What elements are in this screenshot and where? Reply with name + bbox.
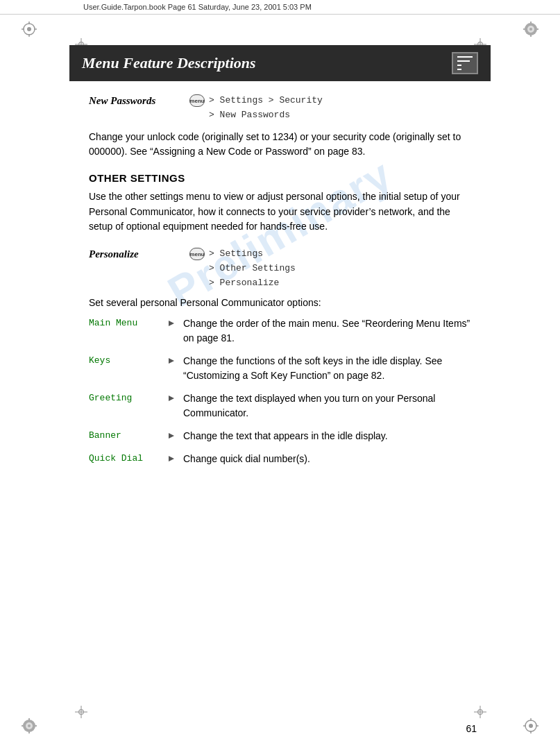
reg-mark-br	[521, 716, 541, 736]
personalize-row: Personalize menu > Settings > Other Sett…	[89, 247, 471, 290]
sub-item-label-3: Banner	[89, 429, 165, 441]
header-banner: Menu Feature Descriptions	[69, 45, 491, 81]
header-icon-line1	[457, 56, 473, 58]
svg-marker-38	[169, 321, 174, 326]
sub-item-desc-1: Change the functions of the soft keys in…	[183, 354, 471, 383]
sub-item-arrow-4	[165, 452, 178, 464]
sub-item-row: GreetingChange the text displayed when y…	[89, 391, 471, 421]
personalize-path-line3: > Personalize	[209, 278, 279, 288]
new-passwords-row: New Passwords menu > Settings > Security…	[89, 94, 471, 123]
sub-items-list: Main MenuChange the order of the main me…	[89, 316, 471, 466]
svg-marker-40	[169, 396, 174, 401]
sub-item-desc-3: Change the text that appears in the idle…	[183, 429, 471, 443]
sub-item-arrow-2	[165, 391, 178, 404]
new-passwords-path-line1: > Settings > Security	[209, 95, 323, 105]
svg-point-15	[28, 724, 31, 727]
new-passwords-body: Change your unlock code (originally set …	[89, 130, 471, 160]
header-icon-line3	[457, 65, 461, 66]
sub-item-desc-4: Change quick dial number(s).	[183, 452, 471, 466]
new-passwords-path-line2: > New Passwords	[209, 110, 290, 120]
sub-item-arrow-3	[165, 429, 178, 441]
svg-marker-42	[169, 456, 174, 461]
sub-item-label-4: Quick Dial	[89, 452, 165, 464]
other-settings-intro: Use the other settings menu to view or a…	[89, 189, 471, 235]
sub-item-label-0: Main Menu	[89, 316, 165, 328]
new-passwords-path: > Settings > Security > New Passwords	[209, 94, 323, 123]
sub-item-row: BannerChange the text that appears in th…	[89, 429, 471, 443]
personalize-path-wrapper: menu > Settings > Other Settings > Perso…	[189, 247, 296, 290]
svg-point-1	[27, 27, 31, 31]
sub-item-arrow-0	[165, 316, 178, 329]
other-settings-heading-text: Other Settings	[89, 172, 185, 184]
personalize-path-line2: > Other Settings	[209, 263, 296, 273]
top-file-bar: User.Guide.Tarpon.book Page 61 Saturday,…	[0, 0, 560, 15]
personalize-path-line1: > Settings	[209, 248, 263, 259]
top-file-text: User.Guide.Tarpon.book Page 61 Saturday,…	[83, 3, 312, 11]
reg-mark-tl	[19, 19, 39, 39]
reg-mark-bl	[19, 716, 39, 736]
personalize-set-text: Set several personal Personal Communicat…	[89, 297, 471, 308]
header-icon	[452, 52, 478, 74]
sub-item-row: Main MenuChange the order of the main me…	[89, 316, 471, 346]
main-content: New Passwords menu > Settings > Security…	[69, 81, 491, 710]
sub-item-label-1: Keys	[89, 354, 165, 366]
sub-item-row: Quick DialChange quick dial number(s).	[89, 452, 471, 466]
svg-point-21	[529, 724, 533, 728]
svg-point-8	[529, 28, 532, 31]
sub-item-row: KeysChange the functions of the soft key…	[89, 354, 471, 383]
svg-marker-41	[169, 433, 174, 439]
other-settings-heading: Other Settings	[89, 172, 471, 184]
sub-item-desc-0: Change the order of the main menu. See “…	[183, 316, 471, 346]
header-icon-line4	[457, 69, 461, 70]
svg-marker-39	[169, 358, 174, 364]
new-passwords-menu-icon: menu	[189, 94, 205, 107]
personalize-label: Personalize	[89, 247, 189, 260]
new-passwords-path-wrapper: menu > Settings > Security > New Passwor…	[189, 94, 323, 123]
personalize-path: > Settings > Other Settings > Personaliz…	[209, 247, 296, 290]
reg-mark-tr	[521, 19, 541, 39]
sub-item-label-2: Greeting	[89, 391, 165, 403]
personalize-menu-icon: menu	[189, 248, 205, 260]
page-number: 61	[466, 723, 477, 734]
sub-item-arrow-1	[165, 354, 178, 366]
new-passwords-label: New Passwords	[89, 94, 189, 107]
sub-item-desc-2: Change the text displayed when you turn …	[183, 391, 471, 421]
header-title: Menu Feature Descriptions	[82, 54, 256, 72]
header-icon-line2	[457, 60, 470, 62]
